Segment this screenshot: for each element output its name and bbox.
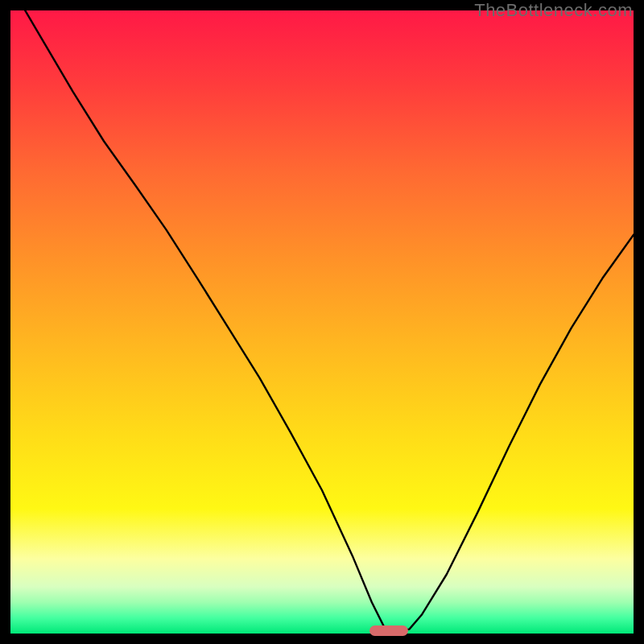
chart-stage: TheBottleneck.com [0,0,644,644]
optimal-marker [369,625,408,636]
watermark-text: TheBottleneck.com [474,0,633,21]
plot-area [10,10,634,634]
bottleneck-curve [10,10,634,634]
